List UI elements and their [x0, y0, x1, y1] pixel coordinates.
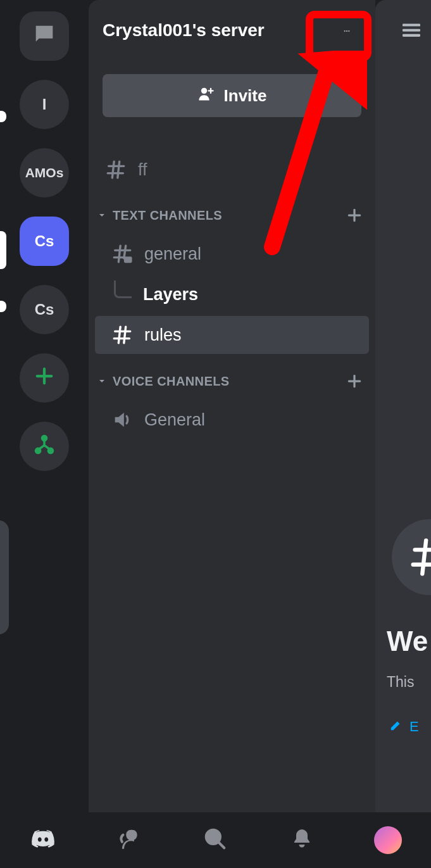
- svg-rect-10: [403, 34, 420, 37]
- server-rail: I AMOs Cs Cs: [0, 0, 89, 812]
- svg-rect-8: [403, 24, 420, 27]
- more-horizontal-icon: [336, 20, 358, 41]
- hash-thread-icon: [111, 243, 133, 265]
- channel-item-general[interactable]: general: [95, 235, 369, 273]
- voice-channel-item[interactable]: General: [95, 401, 369, 439]
- svg-point-5: [348, 30, 349, 32]
- svg-point-4: [346, 30, 347, 32]
- add-server-button[interactable]: [20, 353, 69, 403]
- chevron-down-icon: [95, 374, 109, 388]
- svg-rect-7: [124, 256, 132, 263]
- voice-channel-name: General: [144, 410, 205, 430]
- bottom-nav: [0, 812, 431, 868]
- nav-friends-button[interactable]: [110, 821, 148, 859]
- user-avatar: [374, 826, 402, 854]
- thread-name: Layers: [143, 285, 198, 305]
- channel-item-rules[interactable]: rules: [95, 316, 369, 354]
- bell-icon: [290, 827, 313, 853]
- hamburger-icon[interactable]: [401, 30, 422, 41]
- search-icon: [203, 827, 227, 853]
- hash-icon: [111, 324, 133, 346]
- server-label: I: [42, 96, 47, 113]
- channel-item[interactable]: ff: [89, 151, 375, 188]
- svg-point-2: [48, 448, 53, 453]
- nav-profile-button[interactable]: [369, 821, 407, 859]
- channel-name: general: [144, 244, 201, 264]
- server-icon-selected[interactable]: Cs: [20, 217, 69, 266]
- create-channel-button[interactable]: [345, 206, 364, 225]
- friends-icon: [117, 827, 141, 853]
- peek-toolbar: [375, 0, 431, 54]
- pencil-icon: [389, 718, 409, 736]
- server-icon[interactable]: I: [20, 80, 69, 129]
- edit-channel-link[interactable]: E: [389, 718, 419, 736]
- server-header[interactable]: Crystal001's server: [89, 0, 375, 60]
- category-name: VOICE CHANNELS: [113, 374, 345, 389]
- nav-notifications-button[interactable]: [283, 821, 321, 859]
- svg-point-3: [344, 30, 346, 32]
- channel-name: ff: [138, 160, 147, 180]
- student-hub-button[interactable]: [20, 422, 69, 471]
- chevron-down-icon: [95, 208, 109, 222]
- invite-label: Invite: [224, 86, 267, 106]
- channel-hero-icon: [392, 519, 431, 595]
- category-name: TEXT CHANNELS: [113, 208, 345, 223]
- invite-person-icon: [197, 85, 224, 107]
- server-pill-active: [0, 231, 6, 269]
- server-label: AMOs: [25, 165, 64, 180]
- main-content-peek[interactable]: We This E: [375, 0, 431, 812]
- welcome-heading: We: [387, 626, 428, 657]
- category-header[interactable]: TEXT CHANNELS: [89, 199, 375, 231]
- server-label: Cs: [35, 232, 54, 250]
- app-root: I AMOs Cs Cs Crys: [0, 0, 431, 868]
- chat-bubble-icon: [32, 22, 57, 51]
- category-header[interactable]: VOICE CHANNELS: [89, 365, 375, 397]
- plus-icon: [34, 365, 55, 391]
- channel-panel: Crystal001's server Invite ff TE: [89, 0, 375, 812]
- svg-rect-9: [403, 29, 420, 32]
- svg-point-6: [201, 87, 206, 93]
- edit-label: E: [409, 719, 419, 735]
- speaker-icon: [111, 409, 133, 431]
- dm-home-button[interactable]: [20, 11, 69, 61]
- scroll-indicator: [0, 520, 9, 634]
- server-title: Crystal001's server: [103, 20, 332, 41]
- thread-item[interactable]: Layers: [89, 277, 375, 312]
- server-menu-button[interactable]: [332, 16, 361, 45]
- welcome-subtext: This: [387, 674, 414, 691]
- channel-name: rules: [144, 325, 182, 345]
- hub-icon: [34, 434, 55, 459]
- server-icon[interactable]: AMOs: [20, 148, 69, 198]
- hash-icon: [105, 159, 127, 180]
- server-pill: [0, 111, 6, 122]
- nav-search-button[interactable]: [196, 821, 234, 859]
- invite-button[interactable]: Invite: [103, 74, 361, 117]
- thread-spine-icon: [114, 280, 132, 298]
- server-label: Cs: [35, 301, 54, 318]
- nav-discord-button[interactable]: [24, 821, 62, 859]
- server-icon[interactable]: Cs: [20, 285, 69, 334]
- svg-point-1: [36, 448, 41, 453]
- server-pill: [0, 301, 6, 312]
- discord-logo-icon: [30, 826, 56, 855]
- create-channel-button[interactable]: [345, 372, 364, 391]
